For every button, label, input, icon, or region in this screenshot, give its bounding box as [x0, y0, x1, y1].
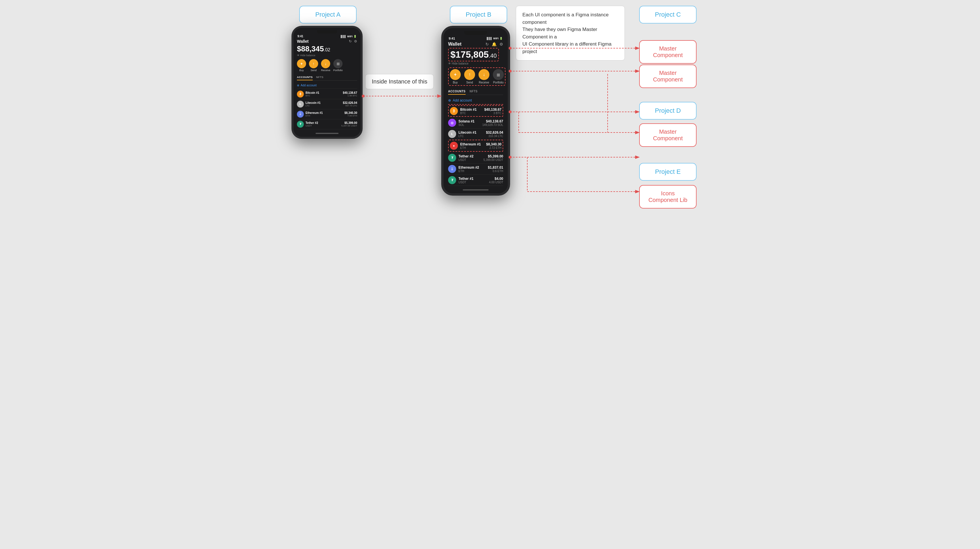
project-e-label: Project E — [639, 163, 697, 181]
small-send-btn[interactable]: ↑ Send — [309, 59, 318, 72]
small-gear-icon: ⚙ — [354, 39, 357, 43]
large-buy-btn[interactable]: + Buy — [450, 69, 461, 84]
small-refresh-icon: ↻ — [349, 39, 352, 43]
small-balance-cents: .02 — [324, 47, 330, 52]
small-accounts-tab[interactable]: ACCOUNTS — [297, 75, 313, 80]
large-balance-cents: .40 — [488, 53, 496, 59]
large-eth2-row[interactable]: Ξ Ethereum #2 ETH $1,837.01 0.6 ETH — [448, 164, 503, 175]
phone-large: 9:41 ▌▌▌WiFi🔋 Wallet ↻ 🔔 ⚙ $175,805.40 — [441, 26, 510, 196]
large-gear-icon: ⚙ — [500, 42, 503, 46]
small-buy-btn[interactable]: + Buy — [297, 59, 306, 72]
small-portfolio-btn[interactable]: ▦ Portfolio — [333, 59, 343, 72]
large-btc-row[interactable]: ₿ Bitcoin #1 BTC $40,138.67 3 BTC — [448, 105, 503, 117]
canvas: Project A Project B Project C Each UI co… — [283, 0, 697, 258]
small-balance-main: $88,345 — [297, 45, 324, 53]
large-balance-main: $175,805 — [450, 49, 488, 60]
large-usdt-row[interactable]: ₮ Tether #2 USDT $5,399.00 5,399.00 USDT — [448, 152, 503, 164]
small-usdt-row[interactable]: ₮ Tether #2 USDT $5,399.00 5,347.66 USDT — [297, 119, 357, 129]
project-a-label: Project A — [299, 6, 356, 24]
large-usdt2-row[interactable]: ₮ Tether #1 USDT $4.00 4.00 USDT — [448, 175, 503, 186]
large-hide-balance: 👁 Hide balance — [448, 62, 468, 65]
large-ltc-row[interactable]: Ł Litecoin #1 LTC $32,626.04 310.34 LTC — [448, 129, 503, 140]
large-send-btn[interactable]: ↑ Send — [464, 69, 475, 84]
project-c-label: Project C — [639, 6, 697, 24]
small-receive-btn[interactable]: ↓ Receive — [321, 59, 331, 72]
large-sol-row[interactable]: ◎ Solana #1 SOL $40,138.67 149,029.73 SO… — [448, 117, 503, 129]
small-btc-row[interactable]: ₿ Bitcoin #1 BTC $40,138.67 1.98 BTC — [297, 89, 357, 99]
small-hide-balance: 👁 Hide balance — [297, 54, 315, 57]
project-d-label: Project D — [639, 102, 697, 119]
large-receive-btn[interactable]: ↓ Receive — [479, 69, 489, 84]
small-ltc-row[interactable]: Ł Litecoin #1 LTC $32,626.04 597.70 LTC — [297, 99, 357, 109]
tooltip-box: Each UI component is a Figma instance co… — [516, 6, 625, 60]
small-nfts-tab[interactable]: NFTs — [316, 75, 324, 80]
project-b-label: Project B — [450, 6, 507, 24]
large-wallet-title: Wallet — [448, 41, 461, 47]
large-portfolio-btn[interactable]: ▦ Portfolio — [493, 69, 504, 84]
large-nfts-tab[interactable]: NFTs — [469, 89, 478, 95]
large-eth-row[interactable]: ● Ethereum #1 ETH $8,340.30 2.72 ETH — [448, 140, 503, 152]
master-component-3: Master Component — [639, 123, 697, 147]
icons-component-lib: Icons Component Lib — [639, 185, 697, 208]
small-add-account[interactable]: ⊕Add account — [297, 82, 357, 89]
master-component-2: Master Component — [639, 65, 697, 88]
master-component-1: Master Component — [639, 40, 697, 64]
large-bell-icon: 🔔 — [492, 42, 496, 46]
small-wallet-title: Wallet — [297, 39, 309, 44]
inside-instance-label: Inside Instance of this — [365, 74, 434, 89]
large-accounts-tab[interactable]: ACCOUNTS — [448, 89, 466, 95]
large-refresh-icon: ↻ — [485, 42, 489, 46]
large-add-account[interactable]: ⊕Add account — [448, 97, 503, 105]
phone-small: 9:41 ▌▌▌WiFi🔋 Wallet ↻ ⚙ $88,345.02 👁 Hi… — [291, 26, 363, 139]
small-eth-row[interactable]: Ξ Ethereum #1 ETH $8,340.30 7.06 ETH — [297, 109, 357, 119]
large-status-time: 9:41 — [449, 37, 455, 40]
small-status-time: 9:41 — [298, 35, 303, 38]
